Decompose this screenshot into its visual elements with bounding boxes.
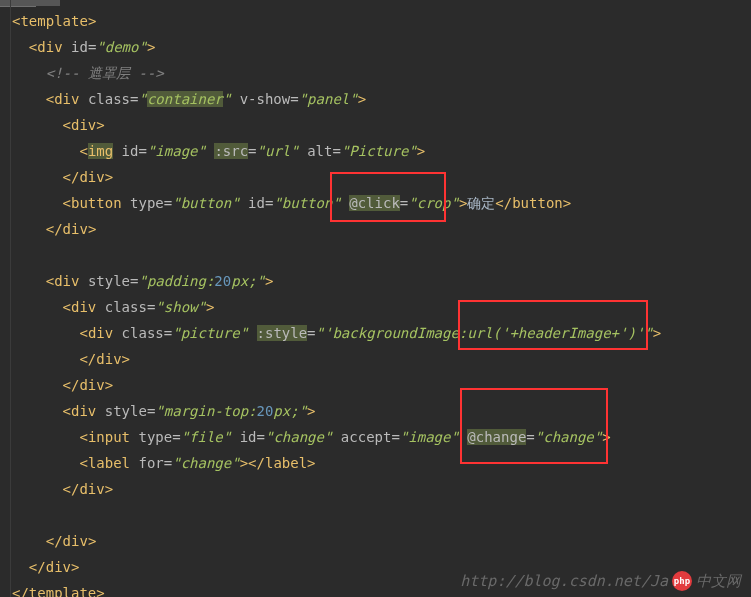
code-line: <div style="margin-top:20px;"> (4, 398, 751, 424)
code-line: <button type="button" id="button" @click… (4, 190, 751, 216)
watermark: http://blog.csdn.net/Ja php 中文网 (460, 571, 741, 591)
code-line: <div class="show"> (4, 294, 751, 320)
code-line: </div> (4, 164, 751, 190)
code-line: <div id="demo"> (4, 34, 751, 60)
code-line: <div class="picture" :style="'background… (4, 320, 751, 346)
code-line: <template> (4, 8, 751, 34)
code-line: </div> (4, 216, 751, 242)
code-line (4, 242, 751, 268)
code-line: </div> (4, 528, 751, 554)
code-line: <div style="padding:20px;"> (4, 268, 751, 294)
code-line: </div> (4, 476, 751, 502)
watermark-badge: php (672, 571, 692, 591)
watermark-url: http://blog.csdn.net/Ja (460, 572, 668, 590)
code-line: <input type="file" id="change" accept="i… (4, 424, 751, 450)
code-line: </div> (4, 346, 751, 372)
code-line: <!-- 遮罩层 --> (4, 60, 751, 86)
code-line: <div class="container" v-show="panel"> (4, 86, 751, 112)
php-icon: php (672, 571, 692, 591)
code-line (4, 502, 751, 528)
code-editor-viewport[interactable]: <template> <div id="demo"> <!-- 遮罩层 --> … (0, 0, 751, 597)
watermark-suffix: 中文网 (696, 572, 741, 591)
code-line: <label for="change"></label> (4, 450, 751, 476)
code-line: <div> (4, 112, 751, 138)
code-line: </div> (4, 372, 751, 398)
code-line: <img id="image" :src="url" alt="Picture"… (4, 138, 751, 164)
